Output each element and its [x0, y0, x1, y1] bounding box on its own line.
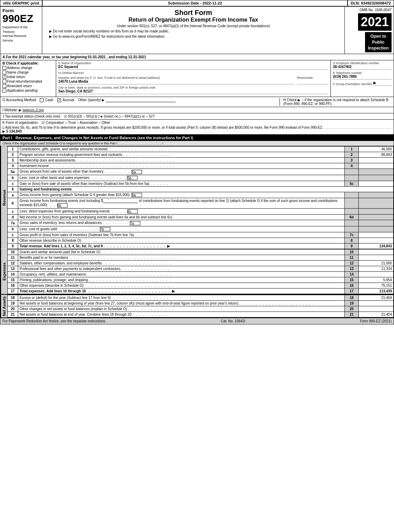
- table-row: 16 Other expenses (describe in Schedule …: [8, 283, 394, 288]
- row-num: 7a: [8, 220, 18, 226]
- line-num: 17: [345, 288, 359, 294]
- submission-date: Submission Date - 2022-11-22: [43, 0, 347, 6]
- row-num: c: [8, 232, 18, 238]
- line-num: 13: [345, 266, 359, 271]
- section-l-text: L Add lines 5b, 6c, and 7b to line 9 to …: [2, 126, 390, 133]
- checkbox-application-pending[interactable]: Application pending: [2, 89, 54, 92]
- row-num: 17: [8, 288, 18, 294]
- section-h: H Check ▶ ○ if the organization is not r…: [280, 98, 392, 106]
- row-num: 12: [8, 260, 18, 266]
- line-num: 7c: [345, 232, 359, 238]
- cat-no: Cat. No. 10642I: [221, 319, 245, 323]
- line-num: 15: [345, 277, 359, 283]
- table-row-total: 17 Total expenses. Add lines 10 through …: [8, 288, 394, 294]
- sub-box-6a: 6a: [132, 193, 142, 197]
- efile-label: efile GRAPHIC print: [0, 0, 43, 6]
- room-label: Room/suite: [297, 76, 328, 80]
- dept-info: Department of the Treasury Internal Reve…: [2, 25, 40, 43]
- section-a-text: A For the 2021 calendar year, or tax yea…: [2, 55, 146, 59]
- line-num: 12: [345, 260, 359, 266]
- checkbox-final-return-icon: [2, 80, 6, 83]
- line-num: 1: [345, 147, 359, 152]
- subtitle: Under section 501(c), 527, or 4947(a)(1)…: [46, 24, 341, 28]
- row-label: Other changes in net assets or fund bala…: [18, 306, 345, 312]
- row-num: 5a: [8, 169, 18, 175]
- checkbox-final-return[interactable]: Final return/terminated: [2, 80, 54, 83]
- row-num: 18: [8, 295, 18, 300]
- checkbox-address-change[interactable]: Address change: [2, 66, 54, 70]
- row-label: Gross profit or (loss) from sales of inv…: [18, 232, 345, 238]
- revenue-content: 1 Contributions, gifts, grants, and simi…: [7, 146, 394, 249]
- form-number: 990EZ: [2, 13, 40, 24]
- row-num: 1: [8, 147, 18, 152]
- table-row: 5a Gross amount from sale of assets othe…: [8, 169, 394, 175]
- section-kl: K Form of organization: ☑ Corporation ○ …: [0, 120, 394, 135]
- table-row: 6 Gaming and fundraising events: [8, 187, 394, 192]
- checkbox-name-change[interactable]: Name change: [2, 70, 54, 74]
- line-num: 11: [345, 255, 359, 260]
- amount: 21,404: [359, 295, 394, 300]
- table-row-total: 9 Total revenue. Add lines 1, 2, 3, 4, 5…: [8, 243, 394, 249]
- line-num: 21: [345, 312, 359, 317]
- city-value: San Diego, CA 92127: [58, 89, 328, 94]
- line-num: [345, 175, 359, 181]
- line-num: [345, 198, 359, 208]
- amount: 11,334: [359, 266, 394, 271]
- row-num: a: [8, 192, 18, 198]
- amount: [359, 220, 394, 226]
- net-assets-label: Net Assets: [0, 295, 7, 317]
- table-row: 8 Other revenue (describe in Schedule O)…: [8, 238, 394, 243]
- table-row: 10 Grants and similar amounts paid (list…: [8, 249, 394, 255]
- row-num: b: [8, 226, 18, 232]
- checkbox-initial-return[interactable]: Initial return: [2, 75, 54, 79]
- table-row: 2 Program service revenue including gove…: [8, 152, 394, 158]
- section-k-label: K Form of organization:: [2, 121, 39, 125]
- row-label: Printing, publications, postage, and shi…: [18, 277, 345, 283]
- net-assets-section: Net Assets 18 Excess or (deficit) for th…: [0, 294, 394, 317]
- table-row: c Gross profit or (loss) from sales of i…: [8, 232, 394, 238]
- row-num: 10: [8, 249, 18, 255]
- row-label: Net income or (loss) from gaming and fun…: [18, 215, 345, 220]
- amount: [359, 169, 394, 175]
- ein-label: D Employer identification number: [333, 61, 392, 65]
- row-label: Salaries, other compensation, and employ…: [18, 260, 345, 266]
- section-d: D Employer identification number 38-4167…: [331, 60, 394, 97]
- sub-box-5a: 5a: [132, 170, 142, 174]
- row-label: Gross sales of inventory, less returns a…: [18, 220, 345, 226]
- checkbox-application-pending-label: Application pending: [7, 89, 37, 92]
- amount: [359, 181, 394, 187]
- amount-total: 113,439: [359, 288, 394, 294]
- checkbox-name-change-label: Name change: [7, 70, 29, 74]
- paperwork-text: For Paperwork Reduction Act Notice, see …: [2, 319, 106, 323]
- section-h-text: H Check ▶ ○ if the organization is not r…: [283, 98, 388, 106]
- care-of-label: % Debbie Barnum: [58, 71, 328, 75]
- row-label: Gross amount from sale of assets other t…: [18, 169, 345, 175]
- revenue-table: 1 Contributions, gifts, grants, and simi…: [7, 146, 394, 249]
- row-num: c: [8, 208, 18, 214]
- table-row: 3 Membership dues and assessments . . . …: [8, 158, 394, 163]
- revenue-section: Revenue 1 Contributions, gifts, grants, …: [0, 146, 394, 249]
- ein-value: 38-4167402: [333, 65, 392, 70]
- row-num: 9: [8, 243, 18, 249]
- amount: [359, 232, 394, 238]
- expenses-section: Expenses 10 Grants and similar amounts p…: [0, 249, 394, 294]
- group-value: ▶: [373, 81, 392, 86]
- sub-box-7a: 7a: [130, 221, 140, 225]
- omb-number: OMB No. 1545-0047: [359, 8, 392, 12]
- line-num: 9: [345, 243, 359, 249]
- expenses-label: Expenses: [0, 249, 7, 294]
- part1-check-text: Check if the organization used Schedule …: [2, 142, 164, 145]
- address-value: 14570 Luna Media: [58, 80, 294, 84]
- expenses-content: 10 Grants and similar amounts paid (list…: [7, 249, 394, 294]
- dln: DLN: 93492326008472: [347, 0, 394, 6]
- website-label: I Website: ▶: [2, 108, 22, 112]
- table-row: c Gain or (loss) from sale of assets oth…: [8, 181, 394, 187]
- line-num: [345, 169, 359, 175]
- row-label: Gross income from gaming (attach Schedul…: [18, 192, 345, 198]
- checkbox-amended-return[interactable]: Amended return: [2, 84, 54, 88]
- sub-box-5b: 5b: [127, 176, 137, 180]
- row-num: b: [8, 198, 18, 208]
- tax-status-options: ☑ 501(c)(3) ○ 501(c)( )◄ (insert no.) ○ …: [64, 114, 155, 118]
- sub-box-6c: 6c: [127, 209, 138, 213]
- row-label: Excess or (deficit) for the year (Subtra…: [18, 295, 345, 300]
